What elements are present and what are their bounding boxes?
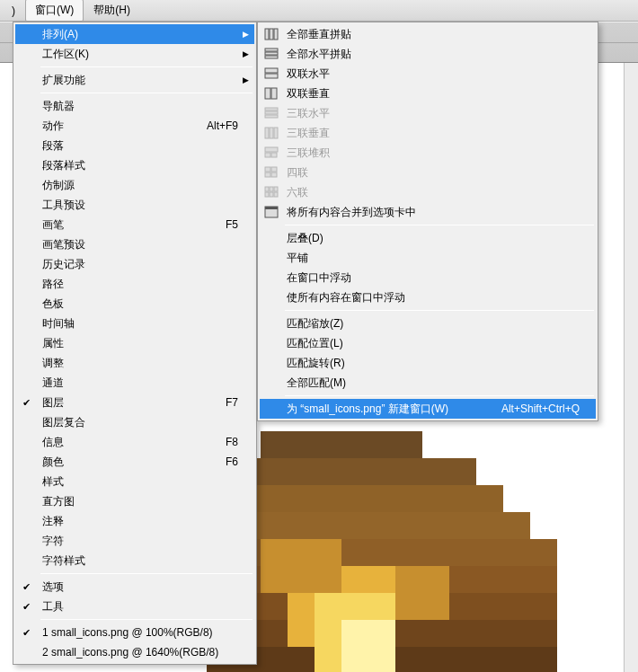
arrange-menu-item-12[interactable]: 平铺 xyxy=(260,248,596,268)
arrange-menu-item-2[interactable]: 双联水平 xyxy=(260,64,596,84)
window-menu-item-15[interactable]: 色板 xyxy=(15,294,254,314)
window-menu-item-6[interactable]: 动作Alt+F9 xyxy=(15,116,254,136)
svg-rect-23 xyxy=(265,74,278,78)
svg-rect-41 xyxy=(274,187,278,191)
window-menu-item-3[interactable]: 扩展功能▶ xyxy=(15,70,254,90)
window-menu-item-30[interactable]: ✔选项 xyxy=(15,577,254,597)
arrange-menu-item-9[interactable]: 将所有内容合并到选项卡中 xyxy=(260,202,596,222)
menu-item-label: 属性 xyxy=(42,336,238,351)
window-menu-item-21[interactable]: 图层复合 xyxy=(15,412,254,432)
window-menu-item-10[interactable]: 工具预设 xyxy=(15,195,254,215)
window-menu-item-1[interactable]: 工作区(K)▶ xyxy=(15,44,254,64)
arrange-menu-item-3[interactable]: 双联垂直 xyxy=(260,84,596,103)
menu-item-label: 动作 xyxy=(42,119,185,134)
window-menu-item-24[interactable]: 样式 xyxy=(15,472,254,491)
menu-item-label: 为 “small_icons.png” 新建窗口(W) xyxy=(287,402,480,417)
menu-item-label: 工具预设 xyxy=(42,198,238,213)
window-menu-separator xyxy=(40,93,253,93)
menu-item-label: 全部水平拼贴 xyxy=(287,47,580,62)
svg-rect-27 xyxy=(265,111,278,114)
menu-arrange: 全部垂直拼贴全部水平拼贴双联水平双联垂直三联水平三联垂直三联堆积四联六联将所有内… xyxy=(257,22,598,421)
window-menu-item-20[interactable]: ✔图层F7 xyxy=(15,393,254,412)
window-menu-item-9[interactable]: 仿制源 xyxy=(15,175,254,195)
arrange-menu-item-16[interactable]: 匹配缩放(Z) xyxy=(260,314,596,333)
two-h-icon xyxy=(263,67,279,80)
arrange-menu-item-17[interactable]: 匹配位置(L) xyxy=(260,333,596,353)
menu-item-label: 三联垂直 xyxy=(287,126,580,141)
menu-item-label: 三联水平 xyxy=(287,106,580,121)
check-icon: ✔ xyxy=(22,601,31,613)
menu-item-label: 在窗口中浮动 xyxy=(287,270,580,286)
menu-item-shortcut: Alt+Shift+Ctrl+Q xyxy=(501,402,580,415)
svg-rect-44 xyxy=(274,192,278,197)
window-menu-separator xyxy=(40,66,253,67)
arrange-menu-item-11[interactable]: 层叠(D) xyxy=(260,228,596,248)
window-menu-item-17[interactable]: 属性 xyxy=(15,333,254,353)
window-menu-item-23[interactable]: 颜色F6 xyxy=(15,452,254,472)
menu-item-label: 排列(A) xyxy=(42,27,238,42)
window-menu-item-28[interactable]: 字符样式 xyxy=(15,551,254,570)
svg-rect-42 xyxy=(265,192,269,197)
window-menu-item-27[interactable]: 字符 xyxy=(15,531,254,551)
menu-item-label: 调整 xyxy=(42,356,238,371)
menubar-item-prev[interactable]: ) xyxy=(2,1,25,21)
arrange-menu-item-14[interactable]: 使所有内容在窗口中浮动 xyxy=(260,287,596,307)
svg-rect-2 xyxy=(234,458,476,485)
submenu-arrow-icon: ▶ xyxy=(243,75,249,84)
menu-item-label: 使所有内容在窗口中浮动 xyxy=(287,290,580,305)
svg-rect-18 xyxy=(274,29,278,40)
menu-item-label: 信息 xyxy=(42,435,204,450)
menu-item-label: 图层复合 xyxy=(42,415,238,430)
submenu-arrow-icon: ▶ xyxy=(243,30,249,39)
window-menu-item-33[interactable]: ✔1 small_icons.png @ 100%(RGB/8) xyxy=(15,623,254,642)
svg-rect-39 xyxy=(265,187,269,191)
arrange-menu-item-18[interactable]: 匹配旋转(R) xyxy=(260,353,596,373)
two-v-icon xyxy=(263,87,279,100)
window-menu-item-16[interactable]: 时间轴 xyxy=(15,314,254,333)
svg-rect-29 xyxy=(265,128,269,138)
window-menu-item-7[interactable]: 段落 xyxy=(15,136,254,155)
check-icon: ✔ xyxy=(22,581,31,593)
window-menu-item-22[interactable]: 信息F8 xyxy=(15,432,254,452)
svg-rect-20 xyxy=(265,52,278,55)
window-menu-item-25[interactable]: 直方图 xyxy=(15,491,254,511)
menu-item-label: 2 small_icons.png @ 1640%(RGB/8) xyxy=(42,646,238,659)
menu-item-label: 字符 xyxy=(42,534,238,549)
window-menu-item-11[interactable]: 画笔F5 xyxy=(15,215,254,234)
arrange-menu-item-19[interactable]: 全部匹配(M) xyxy=(260,373,596,393)
window-menu-item-14[interactable]: 路径 xyxy=(15,274,254,294)
window-menu-item-5[interactable]: 导航器 xyxy=(15,96,254,116)
arrange-menu-item-13[interactable]: 在窗口中浮动 xyxy=(260,268,596,287)
window-menu-item-34[interactable]: 2 small_icons.png @ 1640%(RGB/8) xyxy=(15,642,254,662)
window-menu-item-19[interactable]: 通道 xyxy=(15,373,254,393)
four-icon xyxy=(263,166,279,179)
window-menu-item-12[interactable]: 画笔预设 xyxy=(15,234,254,254)
svg-rect-36 xyxy=(271,167,277,172)
svg-rect-28 xyxy=(265,115,278,118)
arrange-menu-item-7: 四联 xyxy=(260,163,596,182)
arrange-menu-item-0[interactable]: 全部垂直拼贴 xyxy=(260,24,596,44)
window-menu-item-0[interactable]: 排列(A)▶ xyxy=(15,24,254,44)
menubar-item-window[interactable]: 窗口(W) xyxy=(25,0,84,22)
menu-item-label: 通道 xyxy=(42,376,238,391)
svg-rect-26 xyxy=(265,108,278,111)
window-menu-item-8[interactable]: 段落样式 xyxy=(15,155,254,175)
menu-item-label: 画笔 xyxy=(42,217,204,233)
window-menu-item-26[interactable]: 注释 xyxy=(15,511,254,531)
window-menu-item-13[interactable]: 历史记录 xyxy=(15,254,254,274)
menu-item-label: 仿制源 xyxy=(42,178,238,193)
menu-item-label: 导航器 xyxy=(42,99,238,114)
menu-item-shortcut: F8 xyxy=(226,436,238,448)
svg-rect-16 xyxy=(265,29,269,40)
vertical-scrollbar[interactable] xyxy=(624,63,638,672)
arrange-menu-item-21[interactable]: 为 “small_icons.png” 新建窗口(W)Alt+Shift+Ctr… xyxy=(260,399,596,419)
menu-item-shortcut: F5 xyxy=(226,218,238,231)
svg-rect-43 xyxy=(270,192,273,197)
menubar-item-help[interactable]: 帮助(H) xyxy=(84,0,140,22)
arrange-menu-item-1[interactable]: 全部水平拼贴 xyxy=(260,44,596,64)
arrange-menu-item-5: 三联垂直 xyxy=(260,123,596,143)
window-menu-item-18[interactable]: 调整 xyxy=(15,353,254,373)
svg-rect-37 xyxy=(265,172,270,177)
menu-item-label: 六联 xyxy=(287,185,580,200)
window-menu-item-31[interactable]: ✔工具 xyxy=(15,597,254,616)
